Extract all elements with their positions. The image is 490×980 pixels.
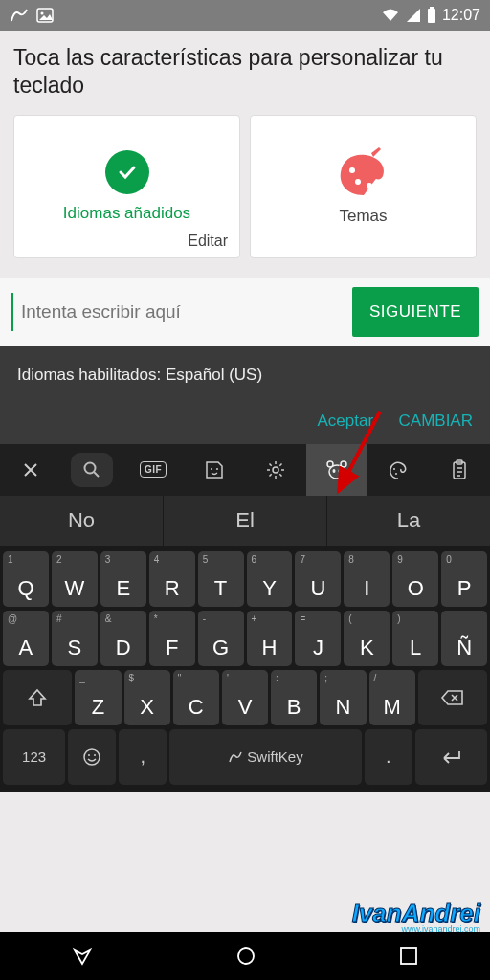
key-b[interactable]: B: — [271, 670, 317, 725]
svg-point-10 — [273, 467, 278, 473]
toolbar-search[interactable] — [61, 444, 122, 496]
accept-button[interactable]: Aceptar — [317, 412, 373, 430]
key-i[interactable]: I8 — [344, 551, 390, 607]
svg-point-9 — [216, 468, 218, 470]
toolbar-close[interactable] — [0, 444, 61, 496]
suggestion-1[interactable]: No — [0, 496, 164, 546]
svg-point-22 — [94, 754, 96, 756]
keyboard: GIF No El La Q1W2E3R4T5Y6U7I8O9P0 A@S#D&… — [0, 444, 490, 792]
key-u[interactable]: U7 — [295, 551, 341, 607]
next-button[interactable]: SIGUIENTE — [352, 287, 479, 337]
backspace-key[interactable] — [418, 670, 487, 725]
comma-key[interactable]: , — [119, 729, 167, 785]
card-languages-label: Idiomas añadidos — [63, 204, 190, 223]
svg-point-4 — [349, 167, 355, 173]
try-typing-row: SIGUIENTE — [0, 278, 490, 346]
languages-prompt: Idiomas habilitados: Español (US) Acepta… — [0, 346, 490, 444]
suggestion-bar: No El La — [0, 496, 490, 546]
battery-icon — [427, 7, 436, 24]
key-p[interactable]: P0 — [441, 551, 487, 607]
try-typing-input[interactable] — [11, 293, 343, 331]
key-w[interactable]: W2 — [52, 551, 98, 607]
clipboard-icon — [450, 459, 469, 480]
svg-point-17 — [395, 473, 397, 475]
toolbar-themes[interactable] — [368, 444, 429, 496]
search-icon — [71, 453, 113, 487]
nav-home[interactable] — [234, 945, 257, 968]
emoji-icon — [82, 747, 101, 767]
svg-point-23 — [238, 948, 254, 964]
svg-rect-24 — [401, 948, 416, 964]
numeric-key[interactable]: 123 — [3, 729, 65, 785]
card-themes[interactable]: Temas — [250, 115, 477, 258]
toolbar-clipboard[interactable] — [429, 444, 490, 496]
key-a[interactable]: A@ — [3, 611, 49, 666]
key-g[interactable]: G- — [198, 611, 244, 666]
key-x[interactable]: X$ — [124, 670, 170, 725]
swiftkey-status-icon — [10, 8, 29, 23]
emoji-key[interactable] — [68, 729, 116, 785]
panda-icon — [325, 459, 348, 480]
svg-point-15 — [339, 469, 342, 473]
key-o[interactable]: O9 — [392, 551, 438, 607]
card-languages[interactable]: Idiomas añadidos Editar — [13, 115, 240, 258]
key-h[interactable]: H+ — [247, 611, 293, 666]
toolbar-stickers[interactable] — [184, 444, 245, 496]
space-label: SwiftKey — [247, 748, 302, 765]
signal-icon — [406, 8, 421, 23]
key-l[interactable]: L) — [392, 611, 438, 666]
checkmark-icon — [105, 150, 149, 194]
suggestion-3[interactable]: La — [327, 496, 490, 546]
key-k[interactable]: K( — [344, 611, 390, 666]
enter-icon — [438, 748, 463, 766]
backspace-icon — [440, 689, 465, 706]
gif-icon: GIF — [140, 461, 167, 478]
nav-recent[interactable] — [398, 946, 419, 967]
image-status-icon — [36, 8, 54, 23]
key-j[interactable]: J= — [295, 611, 341, 666]
space-key[interactable]: SwiftKey — [169, 729, 361, 785]
card-themes-label: Temas — [339, 207, 387, 226]
key-m[interactable]: M/ — [369, 670, 415, 725]
suggestion-2[interactable]: El — [164, 496, 327, 546]
wifi-icon — [381, 8, 400, 23]
key-r[interactable]: R4 — [149, 551, 195, 607]
change-button[interactable]: CAMBIAR — [399, 412, 473, 430]
palette-icon — [333, 147, 394, 197]
toolbar-settings[interactable] — [245, 444, 306, 496]
svg-point-16 — [393, 468, 395, 470]
svg-point-13 — [329, 465, 345, 479]
shift-key[interactable] — [3, 670, 72, 725]
key-ñ[interactable]: Ñ — [441, 611, 487, 666]
enter-key[interactable] — [415, 729, 487, 785]
edit-link[interactable]: Editar — [188, 233, 228, 250]
toolbar-panda[interactable] — [306, 444, 368, 496]
svg-point-7 — [85, 462, 96, 473]
key-n[interactable]: N; — [320, 670, 366, 725]
period-key[interactable]: . — [365, 729, 412, 785]
watermark: IvanAndrei www.ivanandrei.com — [352, 901, 480, 934]
key-e[interactable]: E3 — [100, 551, 146, 607]
key-z[interactable]: Z_ — [75, 670, 121, 725]
key-s[interactable]: S# — [52, 611, 98, 666]
swiftkey-logo-icon — [228, 750, 243, 764]
toolbar-gif[interactable]: GIF — [122, 444, 184, 496]
key-v[interactable]: V' — [222, 670, 268, 725]
clock-text: 12:07 — [442, 7, 480, 24]
keyboard-toolbar: GIF — [0, 444, 490, 496]
android-navbar — [0, 932, 490, 980]
status-bar: 12:07 — [0, 0, 490, 31]
languages-text: Idiomas habilitados: Español (US) — [17, 366, 473, 385]
key-d[interactable]: D& — [100, 611, 146, 666]
key-f[interactable]: F* — [149, 611, 195, 666]
key-c[interactable]: C" — [173, 670, 219, 725]
svg-point-1 — [41, 12, 44, 15]
shift-icon — [27, 687, 48, 708]
svg-point-6 — [367, 183, 372, 189]
nav-back[interactable] — [71, 945, 94, 968]
key-q[interactable]: Q1 — [3, 551, 49, 607]
svg-point-20 — [84, 749, 100, 765]
key-y[interactable]: Y6 — [247, 551, 293, 607]
svg-rect-2 — [430, 7, 434, 9]
key-t[interactable]: T5 — [198, 551, 244, 607]
